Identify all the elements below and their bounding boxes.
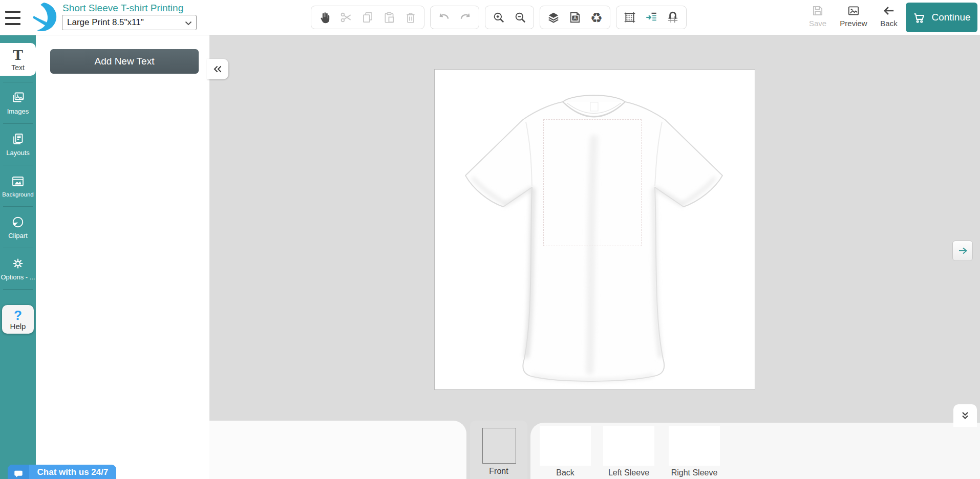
sidebar-item-label: Text — [11, 63, 25, 72]
menu-button[interactable] — [5, 10, 23, 26]
sidebar-item-label: Background — [2, 191, 33, 198]
paste-icon — [382, 11, 396, 24]
view-label: Front — [470, 467, 527, 476]
sidebar-item-text[interactable]: T Text — [0, 43, 36, 76]
double-chevron-left-icon — [212, 63, 223, 75]
sidebar-item-label: Layouts — [6, 149, 30, 157]
save-button[interactable]: Save — [802, 4, 834, 28]
page-title: Short Sleeve T-shirt Printing — [62, 3, 183, 14]
front-thumbnail — [482, 428, 516, 464]
logo-swoosh-icon — [32, 2, 58, 33]
product-select-value: Large Print 8.5"x11" — [67, 17, 144, 28]
sidebar-list: Images Layouts Background — [3, 82, 33, 290]
preview-label: Preview — [840, 19, 867, 28]
print-area[interactable] — [543, 119, 642, 246]
design-editor-app: Short Sleeve T-shirt Printing Large Prin… — [0, 0, 980, 479]
sidebar: T Text Images Layouts — [0, 35, 36, 479]
arrow-left-icon — [882, 4, 896, 17]
layers-button[interactable] — [543, 8, 564, 27]
next-side-button[interactable] — [952, 241, 973, 261]
undo-button[interactable] — [433, 8, 455, 27]
sidebar-item-options[interactable]: Options - ... — [3, 248, 33, 290]
add-new-text-button[interactable]: Add New Text — [50, 49, 199, 74]
gear-icon — [10, 256, 26, 271]
top-bar: Short Sleeve T-shirt Printing Large Prin… — [0, 0, 980, 35]
sidebar-item-clipart[interactable]: Clipart — [3, 207, 33, 248]
collapse-panel-button[interactable] — [207, 59, 228, 79]
copy-button[interactable] — [357, 8, 378, 27]
collapse-bottom-button[interactable] — [953, 404, 977, 427]
arrow-right-icon — [957, 245, 968, 256]
undo-icon — [437, 11, 451, 24]
recycle-button[interactable]: ♻ — [586, 8, 607, 27]
chat-label: Chat with us 24/7 — [29, 465, 116, 479]
view-tab-front[interactable]: Front — [470, 421, 527, 479]
preview-button[interactable]: Preview — [837, 4, 870, 28]
view-label: Back — [539, 468, 592, 477]
back-label: Back — [880, 19, 897, 28]
views-panel: Back Left Sleeve Right Sleeve — [530, 423, 980, 479]
scissors-icon — [339, 11, 353, 24]
redo-icon — [459, 11, 472, 24]
magnet-grid-icon — [666, 11, 679, 24]
continue-button[interactable]: Continue — [906, 3, 977, 32]
toolbar-group-objects: A ♻ — [540, 6, 610, 29]
magnet-grid-button[interactable] — [662, 8, 684, 27]
sidebar-item-layouts[interactable]: Layouts — [3, 124, 33, 165]
cut-button[interactable] — [335, 8, 357, 27]
double-chevron-down-icon — [960, 410, 971, 421]
view-tab-left-sleeve[interactable]: Left Sleeve — [602, 426, 655, 477]
zoom-out-button[interactable] — [509, 8, 531, 27]
chat-button[interactable]: Chat with us 24/7 — [8, 465, 116, 479]
text-icon: T — [13, 47, 23, 62]
back-button[interactable]: Back — [875, 4, 903, 28]
svg-text:A: A — [573, 15, 577, 20]
paste-button[interactable] — [378, 8, 400, 27]
sidebar-item-label: Images — [7, 107, 29, 115]
sidebar-item-background[interactable]: Background — [3, 165, 33, 207]
toolbar: A ♻ — [311, 6, 687, 29]
help-button[interactable]: ? Help — [2, 305, 34, 334]
pan-hand-icon — [318, 11, 331, 24]
zoom-in-button[interactable] — [488, 8, 509, 27]
recycle-icon: ♻ — [590, 11, 603, 25]
grid-icon — [623, 11, 636, 24]
clipart-icon — [10, 215, 26, 229]
layers-icon — [547, 11, 560, 24]
snap-guides-icon — [645, 11, 658, 24]
toolbar-group-edit — [311, 6, 424, 29]
sidebar-item-label: Options - ... — [1, 273, 35, 281]
product-select[interactable]: Large Print 8.5"x11" — [62, 15, 197, 30]
save-icon — [811, 4, 824, 17]
redo-button[interactable] — [455, 8, 476, 27]
grid-button[interactable] — [619, 8, 641, 27]
back-thumbnail — [540, 426, 591, 466]
view-tab-right-sleeve[interactable]: Right Sleeve — [668, 426, 721, 477]
sidebar-item-images[interactable]: Images — [3, 82, 33, 124]
chevron-down-icon — [185, 21, 192, 26]
view-label: Right Sleeve — [668, 468, 721, 477]
trash-icon — [404, 11, 417, 24]
images-icon — [10, 91, 26, 105]
snap-guides-button[interactable] — [641, 8, 662, 27]
bottom-panel — [209, 421, 466, 479]
toolbar-group-history — [430, 6, 479, 29]
zoom-in-icon — [492, 11, 505, 24]
text-tool-panel: Add New Text — [36, 35, 209, 479]
background-icon — [10, 175, 26, 189]
delete-button[interactable] — [400, 8, 421, 27]
text-frame-button[interactable]: A — [564, 8, 586, 27]
save-label: Save — [809, 19, 826, 28]
continue-label: Continue — [931, 12, 970, 23]
toolbar-group-zoom — [485, 6, 534, 29]
pan-button[interactable] — [314, 8, 335, 27]
chat-bubble-icon — [8, 465, 29, 479]
toolbar-group-guides — [616, 6, 687, 29]
zoom-out-icon — [514, 11, 527, 24]
design-canvas[interactable] — [434, 69, 755, 390]
logo — [32, 2, 58, 33]
left-sleeve-thumbnail — [603, 426, 654, 466]
sidebar-item-label: Clipart — [8, 232, 28, 239]
view-tab-back[interactable]: Back — [539, 426, 592, 477]
copy-icon — [361, 11, 374, 24]
